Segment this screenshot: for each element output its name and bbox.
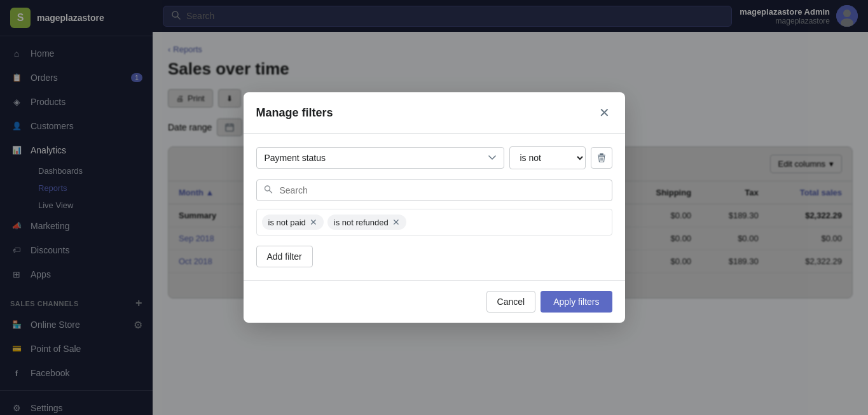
svg-line-14 — [269, 190, 272, 193]
apply-filters-button[interactable]: Apply filters — [541, 291, 612, 313]
filter-tags-container: is not paid ✕ is not refunded ✕ — [256, 209, 612, 236]
trash-icon — [596, 153, 607, 163]
svg-rect-9 — [600, 153, 603, 155]
filter-search-input[interactable] — [256, 179, 612, 201]
filter-condition-select[interactable]: is not is — [509, 146, 586, 169]
modal-close-button[interactable]: ✕ — [596, 102, 612, 123]
remove-not-paid-tag[interactable]: ✕ — [310, 217, 317, 227]
filter-type-select[interactable]: Payment status Fulfillment status Return… — [256, 147, 504, 169]
modal-title: Manage filters — [256, 106, 333, 120]
delete-filter-button[interactable] — [591, 147, 612, 169]
close-icon: ✕ — [599, 105, 610, 120]
search-icon — [264, 185, 273, 196]
modal-footer: Cancel Apply filters — [244, 280, 625, 323]
tag-not-refunded: is not refunded ✕ — [327, 215, 406, 230]
modal-body: Payment status Fulfillment status Return… — [244, 134, 625, 280]
modal-header: Manage filters ✕ — [244, 92, 625, 134]
cancel-button[interactable]: Cancel — [486, 291, 536, 313]
tag-not-paid: is not paid ✕ — [262, 215, 324, 230]
remove-not-refunded-tag[interactable]: ✕ — [392, 217, 400, 227]
modal-overlay[interactable]: Manage filters ✕ Payment status Fulfillm… — [0, 0, 868, 415]
svg-rect-10 — [598, 155, 605, 156]
search-box-wrapper — [256, 179, 612, 201]
filter-row: Payment status Fulfillment status Return… — [256, 146, 612, 169]
manage-filters-modal: Manage filters ✕ Payment status Fulfillm… — [244, 92, 625, 323]
add-filter-button[interactable]: Add filter — [256, 246, 313, 267]
